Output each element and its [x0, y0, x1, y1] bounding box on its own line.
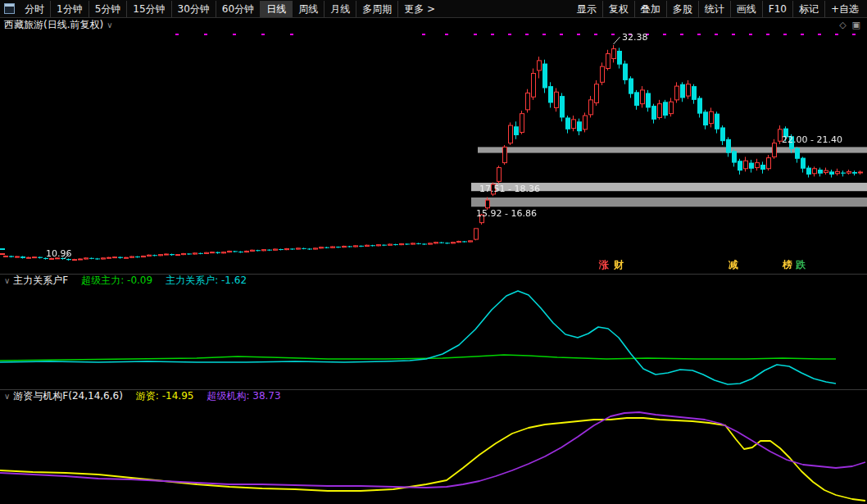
diamond-icon[interactable]: ◇ — [839, 20, 846, 30]
menu-item-60min[interactable]: 60分钟 — [216, 1, 261, 17]
menu-item-more[interactable]: 更多 > — [398, 1, 441, 17]
menu-item-5min[interactable]: 5分钟 — [89, 1, 128, 17]
hot-money-panel-header: ∨ 游资与机构F(24,14,6,6) 游资: -14.95 超级机构: 38.… — [0, 389, 867, 402]
event-flag-limit-down[interactable]: 跌 — [796, 258, 806, 272]
main-chart-panel: 32.38 10.96 22.00 - 21.40 17.51 - 18.36 … — [0, 31, 867, 274]
main-force-panel-title: 主力关系户F — [13, 274, 68, 288]
band-label-middle: 17.51 - 18.36 — [479, 184, 540, 194]
hot-money-value: 游资: -14.95 — [136, 389, 194, 403]
menu-item-daily[interactable]: 日线 — [261, 1, 293, 17]
super-institution-value: 超级机构: 38.73 — [207, 389, 280, 403]
band-label-lower: 15.92 - 16.86 — [476, 208, 537, 219]
menu-item-f10[interactable]: F10 — [763, 1, 793, 17]
hot-money-panel-title: 游资与机构F(24,14,6,6) — [13, 389, 123, 403]
main-chart-canvas[interactable] — [0, 31, 867, 274]
tools-group: 显示 复权 叠加 多股 统计 画线 F10 标记 +自选 — [571, 0, 865, 18]
peak-price-label: 32.38 — [622, 32, 648, 43]
menu-item-1min[interactable]: 1分钟 — [51, 1, 89, 17]
menu-item-display[interactable]: 显示 — [571, 1, 603, 17]
menu-item-multistock[interactable]: 多股 — [667, 1, 699, 17]
chart-title: 西藏旅游(日线.前复权) — [4, 18, 103, 32]
chevron-down-icon[interactable]: ∨ — [4, 392, 10, 401]
menu-item-add-watchlist[interactable]: +自选 — [825, 1, 865, 17]
event-flag-reduce[interactable]: 减 — [729, 258, 738, 272]
page-icon[interactable]: ▣ — [852, 20, 860, 30]
menu-item-weekly[interactable]: 周线 — [293, 1, 325, 17]
event-flag-board[interactable]: 榜 — [783, 258, 792, 272]
main-force-canvas[interactable] — [0, 287, 867, 389]
hot-money-canvas[interactable] — [0, 402, 867, 504]
tdx-app: 分时 1分钟 5分钟 15分钟 30分钟 60分钟 日线 周线 月线 多周期 更… — [0, 0, 867, 504]
menu-item-mark[interactable]: 标记 — [793, 1, 825, 17]
super-main-force-value: 超级主力: -0.09 — [81, 274, 152, 288]
chart-title-bar: 西藏旅游(日线.前复权) ∨ ◇ ▣ — [0, 18, 867, 31]
main-force-relation-value: 主力关系户: -1.62 — [166, 274, 247, 288]
chevron-down-icon[interactable]: ∨ — [4, 276, 10, 285]
menu-item-adjust[interactable]: 复权 — [603, 1, 635, 17]
menu-item-30min[interactable]: 30分钟 — [172, 1, 216, 17]
menu-item-overlay[interactable]: 叠加 — [635, 1, 667, 17]
event-flag-limit-up[interactable]: 涨 — [599, 258, 609, 272]
window-icon[interactable] — [4, 3, 15, 14]
main-force-panel-header: ∨ 主力关系户F 超级主力: -0.09 主力关系户: -1.62 — [0, 274, 867, 287]
period-toolbar: 分时 1分钟 5分钟 15分钟 30分钟 60分钟 日线 周线 月线 多周期 更… — [0, 0, 867, 18]
band-label-upper: 22.00 - 21.40 — [782, 134, 842, 145]
menu-item-multiperiod[interactable]: 多周期 — [356, 1, 398, 17]
period-group: 分时 1分钟 5分钟 15分钟 30分钟 60分钟 日线 周线 月线 多周期 更… — [19, 0, 441, 18]
menu-item-timeshare[interactable]: 分时 — [19, 1, 51, 17]
menu-item-monthly[interactable]: 月线 — [325, 1, 356, 17]
chevron-down-icon[interactable]: ∨ — [107, 20, 112, 30]
menu-item-stats[interactable]: 统计 — [699, 1, 731, 17]
title-bar-icons: ◇ ▣ — [839, 20, 863, 30]
low-price-label: 10.96 — [46, 248, 72, 259]
event-flag-finance[interactable]: 财 — [614, 258, 624, 272]
menu-item-15min[interactable]: 15分钟 — [127, 1, 171, 17]
menu-item-drawline[interactable]: 画线 — [731, 1, 763, 17]
